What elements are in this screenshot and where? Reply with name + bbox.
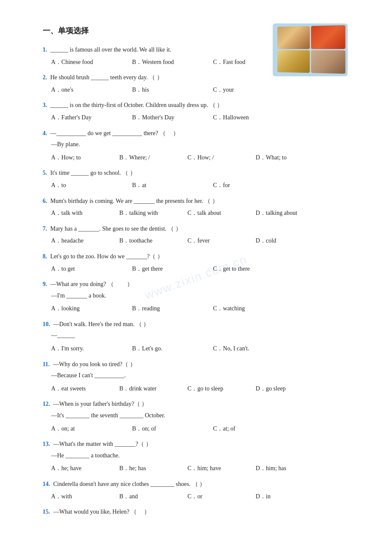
option-13-D: D．him; has (256, 463, 320, 474)
option-13-A: A．he; have (51, 463, 115, 474)
question-text-7: Mary has a _______. She goes to see the … (49, 225, 182, 232)
option-5-C: C．for (213, 180, 290, 191)
question-number-14: 14. (43, 481, 50, 487)
option-10-A: A．I'm sorry. (51, 343, 128, 355)
option-14-D: D．in (256, 491, 320, 503)
question-13: 13. —What's the matter with _______?（ ）—… (43, 439, 358, 474)
option-2-C: C．your (213, 84, 290, 96)
option-11-A: A．eat sweets (51, 383, 115, 395)
options-row-2: A．one'sB．hisC．your (51, 84, 358, 96)
question-text-6: Mum's birthday is coming. We are _______… (49, 198, 218, 204)
option-7-D: D．cold (256, 235, 320, 247)
question-number-3: 3. (43, 102, 47, 108)
question-text-9: —What are you doing? （ ） (49, 281, 133, 287)
option-7-C: C．fever (187, 235, 251, 247)
question-text-11: —Why do you look so tired?（ ） (52, 361, 136, 367)
options-row-12: A．on; atB．on; ofC．at; of (51, 423, 358, 435)
option-2-B: B．his (132, 84, 209, 96)
question-6: 6. Mum's birthday is coming. We are ____… (43, 196, 358, 219)
option-9-A: A．looking (51, 303, 128, 315)
option-12-C: C．at; of (213, 423, 290, 435)
option-7-A: A．headache (51, 235, 115, 247)
option-4-D: D．What; to (256, 152, 320, 164)
answer-line-4: —By plane. (51, 139, 358, 150)
options-row-4: A．How; toB．Where; /C．How; /D．What; to (51, 152, 358, 164)
question-9: 9. —What are you doing? （ ）—I'm _______ … (43, 279, 358, 315)
option-1-B: B．Western food (132, 57, 209, 68)
options-row-13: A．he; haveB．he; hasC．him; haveD．him; has (51, 463, 358, 474)
question-text-10: —Don't walk. Here's the red man. （ ） (52, 321, 150, 327)
question-number-4: 4. (43, 130, 47, 136)
option-8-B: B．get there (132, 263, 209, 275)
question-text-5: It's time ______ go to school. （ ） (49, 170, 136, 176)
option-9-B: B．reading (132, 303, 209, 315)
food-images-collage (273, 23, 341, 70)
question-11: 11. —Why do you look so tired?（ ）—Becaus… (43, 359, 358, 395)
question-5: 5. It's time ______ go to school. （ ）A．t… (43, 168, 358, 191)
question-text-12: —When is your father's birthday?（ ） (52, 401, 148, 407)
option-4-C: C．How; / (187, 152, 251, 164)
question-14: 14. Cinderella doesn't have any nice clo… (43, 479, 358, 502)
option-11-D: D．go sleep (256, 383, 320, 395)
option-3-B: B．Mother's Day (132, 112, 209, 124)
option-5-B: B．at (132, 180, 209, 191)
option-11-C: C．go to sleep (187, 383, 251, 395)
question-text-2: He should brush ______ teeth every day. … (49, 74, 163, 81)
questions-container: 1. ______ is famous all over the world. … (43, 44, 358, 518)
option-14-C: C．or (187, 491, 251, 503)
answer-line-13: —He ________ a toothache. (51, 450, 358, 462)
option-11-B: B．drink water (119, 383, 183, 395)
question-number-8: 8. (43, 253, 47, 260)
question-number-6: 6. (43, 198, 47, 204)
food-image-3 (277, 50, 310, 73)
question-number-5: 5. (43, 170, 47, 176)
option-8-A: A．to get (51, 263, 128, 275)
option-8-C: C．get to there (213, 263, 290, 275)
question-number-1: 1. (43, 46, 47, 53)
options-row-11: A．eat sweetsB．drink waterC．go to sleepD．… (51, 383, 358, 395)
question-3: 3. ______ is on the thirty-first of Octo… (43, 100, 358, 123)
option-5-A: A．to (51, 180, 128, 191)
options-row-3: A．Father's DayB．Mother's DayC．Halloween (51, 112, 358, 124)
food-image-2 (311, 25, 345, 49)
option-14-A: A．with (51, 491, 115, 503)
option-4-B: B．Where; / (119, 152, 183, 164)
question-number-13: 13. (43, 441, 50, 447)
question-text-1: ______ is famous all over the world. We … (49, 46, 172, 53)
question-4: 4. —__________ do we get __________ ther… (43, 128, 358, 164)
options-row-7: A．headacheB．toothacheC．feverD．cold (51, 235, 358, 247)
option-2-A: A．one's (51, 84, 128, 96)
question-text-14: Cinderella doesn't have any nice clothes… (52, 481, 206, 487)
option-9-C: C．watching (213, 303, 290, 315)
question-text-3: ______ is on the thirty-first of October… (49, 102, 223, 108)
option-6-A: A．talk with (51, 208, 115, 219)
options-row-10: A．I'm sorry.B．Let's go.C．No, I can't. (51, 343, 358, 355)
question-number-12: 12. (43, 401, 50, 407)
question-number-15: 15. (43, 509, 50, 515)
question-number-10: 10. (43, 321, 50, 327)
food-image-1 (277, 26, 310, 49)
question-number-2: 2. (43, 74, 47, 81)
question-text-8: Let's go to the zoo. How do we _______?（… (49, 253, 163, 260)
question-8: 8. Let's go to the zoo. How do we ______… (43, 251, 358, 275)
question-text-15: —What would you like, Helen? （ ） (52, 509, 150, 515)
option-12-B: B．on; of (132, 423, 209, 435)
options-row-8: A．to getB．get thereC．get to there (51, 263, 358, 275)
option-10-C: C．No, I can't. (213, 343, 290, 355)
options-row-14: A．withB．andC．orD．in (51, 491, 358, 503)
question-number-11: 11. (43, 361, 50, 367)
answer-line-9: —I'm _______ a book. (51, 290, 358, 302)
answer-line-12: —It's ________ the seventh ________ Octo… (51, 410, 358, 422)
option-7-B: B．toothache (119, 235, 183, 247)
option-4-A: A．How; to (51, 152, 115, 164)
option-10-B: B．Let's go. (132, 343, 209, 355)
option-6-B: B．talking with (119, 208, 183, 219)
question-text-4: —__________ do we get __________ there? … (49, 130, 179, 136)
option-13-B: B．he; has (119, 463, 183, 474)
option-3-A: A．Father's Day (51, 112, 128, 124)
question-12: 12. —When is your father's birthday?（ ）—… (43, 399, 358, 434)
question-text-13: —What's the matter with _______?（ ） (52, 441, 152, 447)
option-12-A: A．on; at (51, 423, 128, 435)
question-7: 7. Mary has a _______. She goes to see t… (43, 223, 358, 247)
question-number-7: 7. (43, 225, 47, 232)
